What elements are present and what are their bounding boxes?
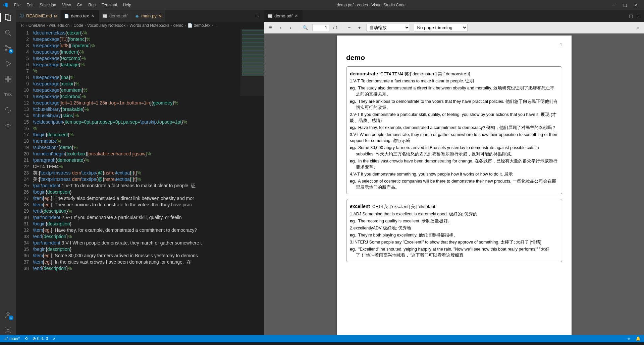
definition: 1.ADJ Something that is excellent is ext… bbox=[350, 211, 558, 217]
pdf-file-icon: 📰 bbox=[103, 14, 107, 18]
tab-demo-pdf[interactable]: 📰 demo.pdf bbox=[99, 10, 131, 22]
headword: excellent bbox=[350, 204, 370, 209]
problems-status[interactable]: ⊗0 ⚠0 bbox=[33, 336, 48, 341]
close-button[interactable]: ✕ bbox=[634, 3, 639, 7]
zoom-in-icon[interactable]: + bbox=[356, 25, 362, 30]
close-icon[interactable]: ✕ bbox=[294, 13, 299, 18]
tab-demo-tex[interactable]: 📄 demo.tex ✕ bbox=[61, 10, 99, 22]
pdf-page: 1 demo demonstrate CET4 TEM4 英:[ˈdemənst… bbox=[337, 36, 572, 335]
search-icon[interactable] bbox=[3, 28, 13, 38]
notifications-icon[interactable]: 🔔 bbox=[636, 336, 641, 341]
breadcrumb[interactable]: F:› OneDrive - whu.edu.cn› Code› Vocabul… bbox=[16, 22, 264, 29]
feedback-icon[interactable]: ☺ bbox=[627, 336, 631, 341]
search-icon[interactable]: 🔍 bbox=[302, 25, 308, 30]
trim-select[interactable]: No page trimming bbox=[414, 24, 468, 31]
window-controls: ─ ▢ ✕ bbox=[608, 3, 641, 7]
more-actions-icon[interactable]: ⋯ bbox=[636, 13, 641, 18]
titlebar: File Edit Selection View Go Run Terminal… bbox=[0, 0, 644, 10]
breadcrumb-item[interactable]: demo.tex bbox=[194, 23, 210, 28]
check-status[interactable]: ✓ bbox=[53, 336, 56, 341]
explorer-icon[interactable] bbox=[3, 13, 13, 22]
settings-gear-icon[interactable] bbox=[3, 326, 13, 335]
code-content[interactable]: \documentclass{ctexart}%\usepackage[T1]{… bbox=[33, 29, 264, 335]
account-icon[interactable]: 1 bbox=[3, 310, 13, 320]
tab-label: demo.pdf bbox=[109, 13, 127, 18]
scm-badge: 5 bbox=[9, 49, 13, 54]
extensions-icon[interactable] bbox=[3, 74, 13, 84]
minimap[interactable] bbox=[240, 29, 264, 96]
info-icon: ⓘ bbox=[19, 14, 24, 18]
main-menu: File Edit Selection View Go Run Terminal… bbox=[11, 1, 134, 9]
menu-help[interactable]: Help bbox=[120, 1, 134, 9]
definition: 1.V-T To demonstrate a fact means to mak… bbox=[350, 78, 558, 84]
definition: 3.INTERJ Some people say "Excellent!" to… bbox=[350, 239, 558, 245]
example: Have they, for example, demonstrated a c… bbox=[358, 125, 556, 130]
menu-run[interactable]: Run bbox=[86, 1, 98, 9]
svg-rect-6 bbox=[5, 79, 8, 82]
tab-demo-pdf-preview[interactable]: 📰 demo.pdf ✕ bbox=[264, 10, 303, 22]
split-editor-icon[interactable]: ◫ bbox=[629, 13, 633, 18]
breadcrumb-item[interactable]: ... bbox=[214, 23, 218, 28]
tab-bar-right: 📰 demo.pdf ✕ ◫ ⋯ bbox=[264, 10, 644, 22]
tab-readme[interactable]: ⓘ README.md M bbox=[16, 10, 61, 22]
page-total: / 1 bbox=[333, 25, 338, 30]
headword: demonstrate bbox=[350, 71, 378, 76]
branch-status[interactable]: ⎇main* bbox=[3, 336, 20, 341]
close-icon[interactable]: ✕ bbox=[91, 13, 96, 18]
target-icon[interactable] bbox=[3, 121, 13, 130]
word-tags: CET4 TEM4 英:[ˈdemənstreɪt] 美:[ˈdemənstre… bbox=[380, 72, 470, 76]
svg-point-8 bbox=[7, 124, 9, 126]
breadcrumb-item[interactable]: F: bbox=[21, 23, 24, 28]
word-tags: CET4 英:[ˈeksələnt] 美:[ˈeksələnt] bbox=[372, 204, 436, 209]
breadcrumb-item[interactable]: Words and Notebooks bbox=[129, 23, 169, 28]
example: They're both playing excellently. 他们演奏得都… bbox=[358, 233, 458, 237]
line-gutter: 1234567891011121314151617181920212223242… bbox=[16, 29, 33, 335]
prev-page-icon[interactable]: ‹ bbox=[278, 25, 284, 30]
error-icon: ⊗ bbox=[33, 336, 36, 341]
svg-point-0 bbox=[5, 30, 9, 34]
more-actions-icon[interactable]: ⋯ bbox=[256, 13, 261, 18]
source-control-icon[interactable]: 5 bbox=[3, 44, 13, 53]
menu-file[interactable]: File bbox=[11, 1, 23, 9]
zoom-out-icon[interactable]: − bbox=[346, 25, 352, 30]
remote-icon[interactable] bbox=[3, 105, 13, 115]
breadcrumb-item[interactable]: Code bbox=[73, 23, 83, 28]
minimize-button[interactable]: ─ bbox=[611, 3, 616, 7]
menu-terminal[interactable]: Terminal bbox=[99, 1, 119, 9]
page-input[interactable] bbox=[312, 24, 329, 31]
zoom-select[interactable]: 自动缩放 bbox=[366, 24, 410, 31]
sync-status[interactable]: ⟲ bbox=[24, 336, 28, 341]
example: Some 30,000 angry farmers arrived in Bru… bbox=[356, 145, 539, 156]
maximize-button[interactable]: ▢ bbox=[623, 3, 627, 7]
tab-label: main.py bbox=[141, 13, 157, 18]
menu-edit[interactable]: Edit bbox=[24, 1, 36, 9]
pdf-toolbar: ☰ ‹ › 🔍 / 1 − + 自动缩放 No page trimming » bbox=[264, 22, 644, 33]
run-debug-icon[interactable] bbox=[3, 59, 13, 68]
menu-go[interactable]: Go bbox=[74, 1, 85, 9]
python-file-icon: ◆ bbox=[135, 14, 139, 18]
menu-view[interactable]: View bbox=[59, 1, 73, 9]
pdf-viewport[interactable]: 1 demo demonstrate CET4 TEM4 英:[ˈdemənst… bbox=[264, 33, 644, 335]
menu-selection[interactable]: Selection bbox=[37, 1, 59, 9]
tab-main-py[interactable]: ◆ main.py M bbox=[131, 10, 165, 22]
svg-point-9 bbox=[7, 312, 9, 315]
example: In the cities vast crowds have been demo… bbox=[356, 159, 557, 169]
definition: 4.V-T If you demonstrate something, you … bbox=[350, 171, 558, 177]
tab-dirty-indicator: M bbox=[159, 14, 162, 18]
latex-icon[interactable]: TEX bbox=[3, 90, 13, 99]
tab-label: demo.pdf bbox=[274, 13, 292, 18]
svg-rect-5 bbox=[8, 76, 11, 79]
breadcrumb-item[interactable]: demo bbox=[173, 23, 183, 28]
definition: 2.V-T If you demonstrate a particular sk… bbox=[350, 112, 558, 124]
code-editor[interactable]: 1234567891011121314151617181920212223242… bbox=[16, 29, 264, 335]
breadcrumb-item[interactable]: OneDrive - whu.edu.cn bbox=[29, 23, 70, 28]
sidebar-toggle-icon[interactable]: ☰ bbox=[268, 25, 274, 30]
svg-point-1 bbox=[5, 46, 7, 47]
svg-rect-7 bbox=[8, 79, 11, 82]
window-title: demo.pdf - codes - Visual Studio Code bbox=[134, 3, 608, 7]
next-page-icon[interactable]: › bbox=[288, 25, 294, 30]
tex-file-icon: 📄 bbox=[64, 14, 69, 18]
expand-icon[interactable]: » bbox=[635, 25, 641, 30]
breadcrumb-item[interactable]: Vocabulary Notebook bbox=[87, 23, 125, 28]
svg-point-2 bbox=[5, 50, 7, 51]
